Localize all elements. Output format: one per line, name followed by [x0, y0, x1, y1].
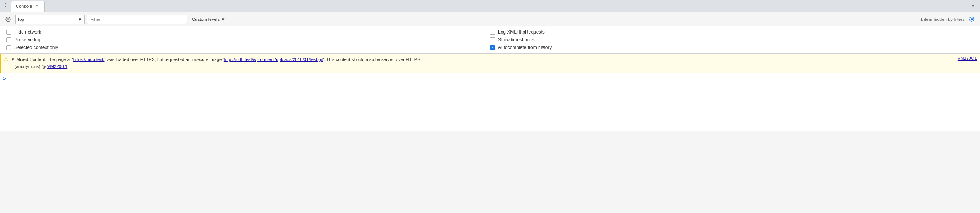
show-timestamps-checkbox[interactable] — [490, 37, 495, 42]
warning-url1-link[interactable]: https://mdb.test/ — [73, 57, 105, 62]
settings-button[interactable] — [967, 14, 977, 24]
console-tab-label: Console — [16, 4, 32, 8]
autocomplete-history-option[interactable]: Autocomplete from history — [490, 45, 974, 50]
tab-more-icon[interactable]: ⋮ — [2, 2, 9, 10]
warning-message-body: ▼ Mixed Content: The page at 'https://md… — [11, 56, 948, 70]
gear-icon — [969, 16, 975, 22]
selected-context-label: Selected context only — [14, 45, 58, 50]
custom-levels-label: Custom levels — [192, 17, 220, 22]
warning-text-mid: ' was loaded over HTTPS, but requested a… — [105, 57, 224, 62]
options-col-2: Log XMLHttpRequests Show timestamps Auto… — [490, 29, 974, 50]
console-prompt-row: > — [0, 73, 980, 84]
custom-levels-dropdown[interactable]: Custom levels ▼ — [190, 16, 228, 23]
toolbar: top ▼ Custom levels ▼ 1 item hidden by f… — [0, 12, 980, 26]
autocomplete-history-checkbox[interactable] — [490, 45, 495, 50]
console-tab[interactable]: Console × — [11, 1, 45, 12]
preserve-log-checkbox[interactable] — [6, 37, 11, 42]
hide-network-option[interactable]: Hide network — [6, 29, 490, 35]
autocomplete-history-label: Autocomplete from history — [498, 45, 552, 50]
prompt-arrow-icon: > — [3, 76, 6, 82]
options-panel: Hide network Preserve log Selected conte… — [0, 26, 980, 54]
context-value: top — [18, 17, 24, 22]
selected-context-checkbox[interactable] — [6, 45, 11, 50]
preserve-log-label: Preserve log — [14, 37, 40, 42]
context-arrow-icon: ▼ — [78, 17, 82, 22]
hidden-count-label: 1 item hidden by filters — [920, 17, 965, 22]
console-warning-row: ⚠ ▼ Mixed Content: The page at 'https://… — [0, 54, 980, 73]
log-xmlhttp-checkbox[interactable] — [490, 30, 495, 35]
warning-toggle-icon[interactable]: ▼ — [11, 57, 15, 62]
log-xmlhttp-option[interactable]: Log XMLHttpRequests — [490, 29, 974, 35]
show-timestamps-option[interactable]: Show timestamps — [490, 37, 974, 42]
hide-network-checkbox[interactable] — [6, 30, 11, 35]
clear-console-button[interactable] — [3, 14, 13, 24]
warning-anonymous-link[interactable]: VM2200:1 — [47, 64, 67, 69]
clear-icon — [5, 17, 11, 22]
preserve-log-option[interactable]: Preserve log — [6, 37, 490, 42]
custom-levels-arrow-icon: ▼ — [221, 17, 225, 22]
warning-text-prefix: Mixed Content: The page at ' — [17, 57, 73, 62]
warning-anonymous-label: (anonymous) @ — [11, 64, 47, 69]
hide-network-label: Hide network — [14, 29, 41, 35]
warning-source-link[interactable]: VM2200:1 — [950, 56, 977, 61]
filter-input[interactable] — [87, 15, 187, 24]
show-timestamps-label: Show timestamps — [498, 37, 535, 42]
console-tab-close[interactable]: × — [34, 3, 40, 9]
warning-text-suffix: '. This content should also be served ov… — [323, 57, 421, 62]
warning-triangle-icon: ⚠ — [3, 56, 8, 63]
window-close-button[interactable]: × — [968, 1, 978, 12]
console-input[interactable] — [8, 76, 977, 81]
options-col-1: Hide network Preserve log Selected conte… — [6, 29, 490, 50]
context-selector[interactable]: top ▼ — [15, 15, 85, 24]
selected-context-option[interactable]: Selected context only — [6, 45, 490, 50]
warning-url2-link[interactable]: http://mdb.test/wp-content/uploads/2018/… — [224, 57, 323, 62]
log-xmlhttp-label: Log XMLHttpRequests — [498, 29, 545, 35]
tab-bar: ⋮ Console × × — [0, 0, 980, 12]
console-output: ⚠ ▼ Mixed Content: The page at 'https://… — [0, 54, 980, 131]
